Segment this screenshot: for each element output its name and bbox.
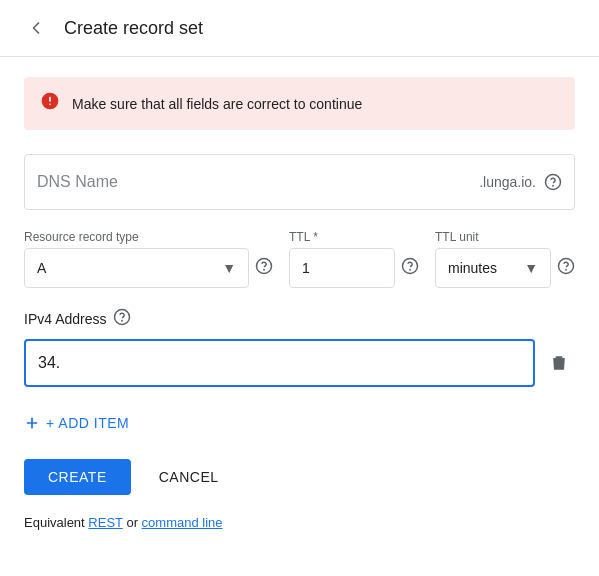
dns-name-field-group: DNS Name .lunga.io. xyxy=(24,154,575,210)
resource-record-type-select[interactable]: A ▼ xyxy=(24,248,249,288)
add-item-label: + ADD ITEM xyxy=(46,415,129,431)
page-title: Create record set xyxy=(64,18,203,39)
ttl-unit-value: minutes xyxy=(448,260,497,276)
ttl-value: 1 xyxy=(302,260,310,276)
type-ttl-row: Resource record type A ▼ xyxy=(24,230,575,288)
ttl-unit-help-icon[interactable] xyxy=(557,257,575,280)
ttl-unit-arrow-icon: ▼ xyxy=(524,260,538,276)
content-area: Make sure that all fields are correct to… xyxy=(0,57,599,550)
dns-name-wrapper: DNS Name .lunga.io. xyxy=(24,154,575,210)
ttl-help-icon[interactable] xyxy=(401,257,419,280)
error-icon xyxy=(40,91,60,116)
cancel-button[interactable]: CANCEL xyxy=(147,459,231,495)
ttl-row: 1 xyxy=(289,248,419,288)
error-message: Make sure that all fields are correct to… xyxy=(72,96,362,112)
dns-help-icon[interactable] xyxy=(544,173,562,191)
resource-record-type-arrow-icon: ▼ xyxy=(222,260,236,276)
rest-link[interactable]: REST xyxy=(88,515,122,530)
ipv4-label: IPv4 Address xyxy=(24,311,107,327)
ipv4-label-row: IPv4 Address xyxy=(24,308,575,329)
ttl-group: TTL * 1 xyxy=(289,230,419,288)
footer-links: Equivalent REST or command line xyxy=(24,515,575,530)
ttl-label: TTL * xyxy=(289,230,419,244)
ttl-unit-select[interactable]: minutes ▼ xyxy=(435,248,551,288)
ipv4-section: IPv4 Address xyxy=(24,308,575,387)
or-text: or xyxy=(126,515,138,530)
header: Create record set xyxy=(0,0,599,57)
add-item-button[interactable]: + ADD ITEM xyxy=(24,407,129,439)
resource-record-type-row: A ▼ xyxy=(24,248,273,288)
back-button[interactable] xyxy=(20,12,52,44)
resource-record-type-help-icon[interactable] xyxy=(255,257,273,280)
resource-record-type-group: Resource record type A ▼ xyxy=(24,230,273,288)
ipv4-input-row xyxy=(24,339,575,387)
action-row: CREATE CANCEL xyxy=(24,459,575,495)
resource-record-type-value: A xyxy=(37,260,46,276)
dns-suffix: .lunga.io. xyxy=(479,174,536,190)
ttl-unit-row: minutes ▼ xyxy=(435,248,575,288)
page-container: Create record set Make sure that all fie… xyxy=(0,0,599,576)
ttl-input-wrapper: 1 xyxy=(289,248,395,288)
ttl-unit-label: TTL unit xyxy=(435,230,575,244)
delete-ipv4-button[interactable] xyxy=(543,347,575,379)
equivalent-text: Equivalent xyxy=(24,515,85,530)
error-banner: Make sure that all fields are correct to… xyxy=(24,77,575,130)
resource-record-type-label: Resource record type xyxy=(24,230,273,244)
command-line-link[interactable]: command line xyxy=(142,515,223,530)
svg-point-2 xyxy=(49,104,51,106)
create-button[interactable]: CREATE xyxy=(24,459,131,495)
ttl-unit-group: TTL unit minutes ▼ xyxy=(435,230,575,288)
ipv4-address-input[interactable] xyxy=(24,339,535,387)
ipv4-help-icon[interactable] xyxy=(113,308,131,329)
dns-name-input[interactable] xyxy=(37,165,479,199)
